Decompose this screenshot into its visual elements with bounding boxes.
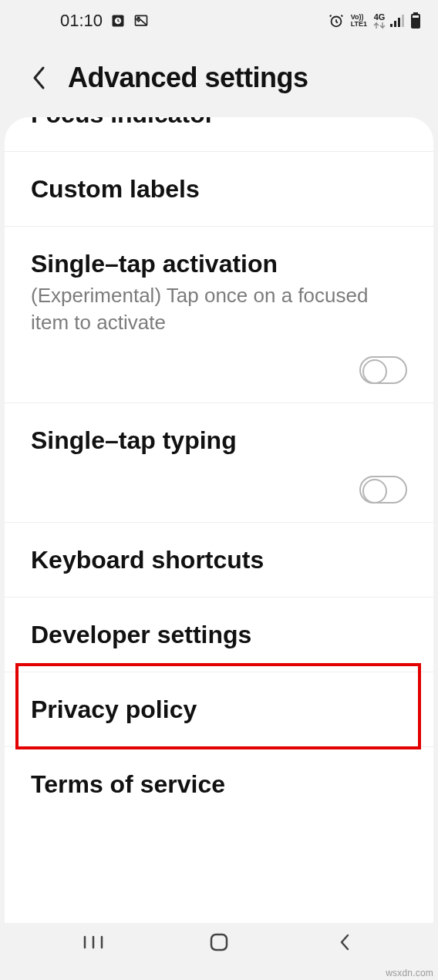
toggle-single-tap-typing[interactable]: [359, 476, 407, 503]
row-title: Developer settings: [31, 619, 407, 650]
row-title: Custom labels: [31, 173, 407, 204]
nav-home-button[interactable]: [206, 929, 232, 955]
row-single-tap-typing[interactable]: Single–tap typing: [5, 403, 433, 523]
row-title: Privacy policy: [31, 694, 407, 725]
back-button[interactable]: [26, 65, 52, 91]
alarm-icon: [328, 12, 345, 29]
row-developer-settings[interactable]: Developer settings: [5, 598, 433, 672]
row-subtitle: (Experimental) Tap once on a focused ite…: [31, 282, 407, 336]
watermark: wsxdn.com: [386, 968, 433, 978]
header: Advanced settings: [0, 42, 438, 117]
row-privacy-policy[interactable]: Privacy policy: [5, 672, 433, 747]
alarm-set-icon: [110, 13, 126, 29]
svg-point-3: [137, 17, 140, 19]
row-title: Terms of service: [31, 769, 407, 800]
row-custom-labels[interactable]: Custom labels: [5, 152, 433, 227]
status-bar: 01:10 Vo)) LTE1 4G: [0, 0, 438, 42]
svg-rect-5: [390, 24, 393, 27]
svg-rect-9: [413, 12, 418, 14]
row-title: Focus indicator: [31, 117, 407, 130]
row-terms-of-service[interactable]: Terms of service: [5, 747, 433, 821]
svg-rect-8: [402, 15, 404, 27]
volte-icon: Vo)) LTE1: [351, 14, 367, 28]
row-keyboard-shortcuts[interactable]: Keyboard shortcuts: [5, 523, 433, 598]
svg-rect-11: [413, 15, 419, 18]
settings-card: Focus indicator Custom labels Single–tap…: [5, 117, 433, 923]
nav-back-button[interactable]: [332, 929, 358, 955]
svg-rect-12: [211, 935, 227, 950]
svg-rect-7: [398, 18, 400, 27]
status-right: Vo)) LTE1 4G: [328, 12, 421, 29]
page-title: Advanced settings: [68, 62, 308, 94]
status-time: 01:10: [60, 11, 103, 31]
row-focus-indicator[interactable]: Focus indicator: [5, 117, 433, 152]
row-title: Single–tap typing: [31, 425, 407, 456]
mobile-data-icon: 4G: [373, 13, 386, 29]
nav-recents-button[interactable]: [80, 929, 106, 955]
row-single-tap-activation[interactable]: Single–tap activation (Experimental) Tap…: [5, 227, 433, 403]
battery-icon: [410, 12, 421, 29]
status-left: 01:10: [60, 11, 149, 31]
toggle-single-tap-activation[interactable]: [359, 356, 407, 384]
row-title: Single–tap activation: [31, 248, 407, 279]
screenshot-icon: [133, 13, 149, 29]
svg-rect-6: [394, 21, 396, 27]
row-title: Keyboard shortcuts: [31, 544, 407, 575]
signal-icon: [390, 14, 406, 28]
nav-bar: [0, 918, 438, 966]
